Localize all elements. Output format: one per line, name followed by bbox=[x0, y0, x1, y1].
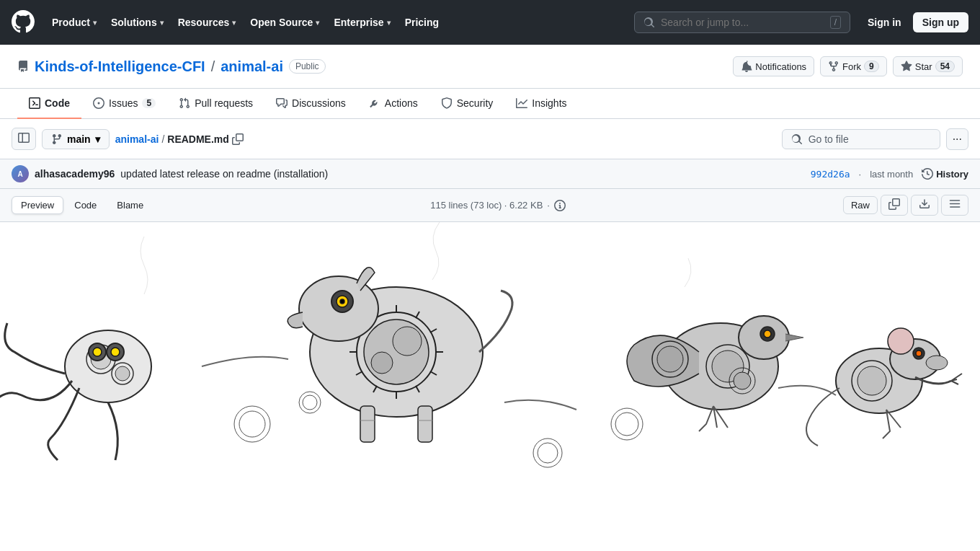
nav-item-resources[interactable]: Resources ▾ bbox=[172, 12, 242, 32]
fork-count: 9 bbox=[864, 61, 879, 72]
commit-row: A alhasacademy96 updated latest release … bbox=[0, 159, 980, 189]
file-tab-code[interactable]: Code bbox=[65, 196, 106, 214]
history-link[interactable]: History bbox=[922, 168, 968, 180]
svg-point-25 bbox=[393, 327, 422, 356]
branch-chevron-icon: ▾ bbox=[95, 133, 100, 145]
star-button[interactable]: Star 54 bbox=[893, 56, 963, 76]
breadcrumb-repo-link[interactable]: animal-ai bbox=[115, 133, 159, 145]
star-label: Star bbox=[915, 61, 932, 72]
chevron-down-icon: ▾ bbox=[387, 19, 391, 27]
repo-icon bbox=[17, 61, 29, 72]
search-bar[interactable]: / bbox=[634, 12, 850, 33]
repo-header: Kinds-of-Intelligence-CFI / animal-ai Pu… bbox=[0, 45, 980, 89]
chevron-down-icon: ▾ bbox=[93, 19, 97, 27]
breadcrumb: animal-ai / README.md bbox=[115, 133, 244, 145]
security-icon bbox=[441, 97, 453, 109]
go-to-file-label: Go to file bbox=[808, 133, 849, 145]
repo-org-link[interactable]: Kinds-of-Intelligence-CFI bbox=[35, 58, 205, 75]
file-tab-preview[interactable]: Preview bbox=[12, 196, 63, 214]
commit-hash[interactable]: 992d26a bbox=[811, 169, 850, 180]
tab-pull-requests[interactable]: Pull requests bbox=[167, 89, 264, 119]
tab-insights[interactable]: Insights bbox=[504, 89, 578, 119]
raw-button[interactable]: Raw bbox=[843, 196, 878, 214]
star-count: 54 bbox=[935, 61, 955, 72]
copy-raw-icon bbox=[888, 198, 900, 210]
nav-item-solutions[interactable]: Solutions ▾ bbox=[105, 12, 169, 32]
github-logo[interactable] bbox=[12, 10, 35, 35]
branch-name: main bbox=[67, 133, 91, 145]
file-meta-text: 115 lines (73 loc) · 6.22 KB bbox=[430, 200, 543, 211]
svg-point-40 bbox=[764, 330, 771, 338]
chevron-down-icon: ▾ bbox=[232, 19, 236, 27]
svg-point-26 bbox=[371, 352, 393, 374]
copy-raw-button[interactable] bbox=[881, 195, 908, 216]
branch-selector[interactable]: main ▾ bbox=[42, 129, 110, 149]
actions-icon bbox=[369, 97, 380, 109]
tab-issues[interactable]: Issues 5 bbox=[81, 89, 167, 119]
notifications-label: Notifications bbox=[755, 61, 806, 72]
issue-icon bbox=[93, 97, 104, 109]
chevron-down-icon: ▾ bbox=[160, 19, 164, 27]
file-header-right: Go to file ··· bbox=[782, 128, 968, 150]
search-icon bbox=[643, 17, 655, 28]
fork-button[interactable]: Fork 9 bbox=[820, 56, 887, 76]
breadcrumb-separator: / bbox=[161, 133, 164, 145]
commit-separator: · bbox=[859, 169, 862, 180]
svg-point-9 bbox=[111, 348, 120, 356]
tab-code-label: Code bbox=[45, 97, 70, 109]
issues-badge: 5 bbox=[142, 98, 156, 108]
svg-point-30 bbox=[340, 299, 344, 304]
content-area bbox=[0, 222, 980, 511]
tab-insights-label: Insights bbox=[532, 97, 566, 109]
info-icon[interactable] bbox=[554, 200, 566, 211]
repo-actions: Notifications Fork 9 Star 54 bbox=[733, 56, 963, 76]
svg-point-5 bbox=[115, 366, 130, 381]
search-input[interactable] bbox=[661, 17, 824, 28]
svg-point-37 bbox=[657, 346, 683, 372]
search-shortcut: / bbox=[830, 16, 841, 29]
notifications-button[interactable]: Notifications bbox=[733, 56, 814, 76]
lines-icon bbox=[949, 198, 961, 210]
nav-item-enterprise[interactable]: Enterprise ▾ bbox=[328, 12, 396, 32]
download-button[interactable] bbox=[911, 195, 938, 216]
file-header-left: main ▾ animal-ai / README.md bbox=[12, 128, 244, 150]
more-options-button[interactable]: ··· bbox=[946, 128, 968, 150]
insights-icon bbox=[516, 97, 527, 109]
go-to-file-input[interactable]: Go to file bbox=[782, 129, 940, 149]
nav-item-product[interactable]: Product ▾ bbox=[46, 12, 102, 32]
copy-icon[interactable] bbox=[232, 133, 244, 145]
file-browser-header: main ▾ animal-ai / README.md Go to file … bbox=[0, 119, 980, 159]
nav-item-pricing[interactable]: Pricing bbox=[399, 12, 445, 32]
sidebar-toggle-button[interactable] bbox=[12, 128, 36, 150]
commit-time: last month bbox=[870, 169, 913, 180]
commit-author[interactable]: alhasacademy96 bbox=[35, 168, 115, 180]
commit-message: updated latest release on readme (instal… bbox=[120, 168, 328, 180]
svg-rect-32 bbox=[418, 406, 432, 442]
nav-links: Product ▾ Solutions ▾ Resources ▾ Open S… bbox=[46, 12, 445, 32]
tab-discussions[interactable]: Discussions bbox=[264, 89, 357, 119]
star-icon bbox=[901, 61, 912, 72]
tab-security[interactable]: Security bbox=[429, 89, 505, 119]
navbar-actions: Sign in Sign up bbox=[862, 12, 968, 32]
file-view-header: Preview Code Blame 115 lines (73 loc) · … bbox=[0, 189, 980, 222]
sign-in-button[interactable]: Sign in bbox=[862, 13, 907, 32]
tab-pr-label: Pull requests bbox=[195, 97, 253, 109]
tab-actions[interactable]: Actions bbox=[357, 89, 429, 119]
repo-tabs: Code Issues 5 Pull requests Discussions … bbox=[0, 89, 980, 119]
nav-item-open-source[interactable]: Open Source ▾ bbox=[244, 12, 325, 32]
commit-left: A alhasacademy96 updated latest release … bbox=[12, 165, 328, 182]
chevron-down-icon: ▾ bbox=[316, 19, 319, 27]
sign-up-button[interactable]: Sign up bbox=[913, 12, 968, 32]
search-small-icon bbox=[791, 133, 803, 145]
file-tab-blame[interactable]: Blame bbox=[107, 196, 153, 214]
tab-security-label: Security bbox=[457, 97, 494, 109]
avatar: A bbox=[12, 165, 29, 182]
code-icon bbox=[29, 97, 40, 109]
tab-code[interactable]: Code bbox=[17, 89, 81, 119]
file-view-tabs: Preview Code Blame bbox=[12, 196, 153, 214]
repo-name-link[interactable]: animal-ai bbox=[220, 58, 283, 75]
branch-icon bbox=[51, 133, 63, 145]
bell-icon bbox=[741, 61, 752, 72]
lines-toggle-button[interactable] bbox=[941, 195, 968, 216]
history-label: History bbox=[936, 169, 968, 180]
